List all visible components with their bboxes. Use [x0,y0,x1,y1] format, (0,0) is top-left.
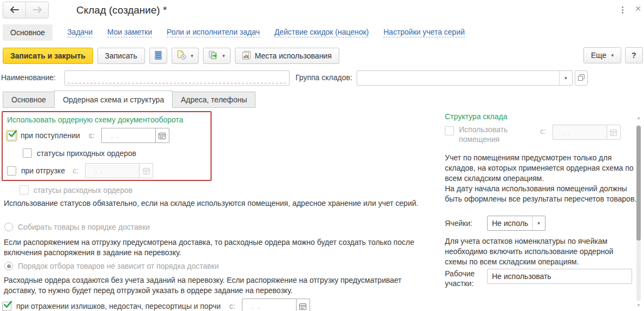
shipment-date-control [85,163,153,178]
structure-panel: Структура склада Использовать помещения … [430,108,636,311]
shipment-from-label: с: [73,166,78,175]
order-scheme-heading: Использовать ордерную схему документообо… [7,115,206,124]
receipt-from-label: с: [89,131,95,140]
receipt-statuses-checkbox[interactable] [23,148,32,158]
group-combo: ▾ [357,70,573,86]
surplus-from-label: с: [229,302,235,310]
surplus-date-input[interactable] [242,299,296,311]
nav-item-tasks[interactable]: Задачи [67,28,93,37]
back-button[interactable] [3,2,25,18]
chevron-down-icon: ▾ [564,75,567,81]
nav-item-series[interactable]: Настройки учета серий [383,28,464,37]
work-areas-field[interactable]: Не использовать [487,269,632,284]
dropdown-arrow-icon: ▾ [222,53,225,59]
order-scheme-panel: Использовать ордерную схему документообо… [0,108,433,311]
shipment-label: при отгрузке [21,166,65,175]
close-icon[interactable]: × [632,2,644,15]
usage-places-button[interactable]: Места использования [235,48,339,64]
shipment-checkbox[interactable] [7,166,16,176]
receipt-checkbox[interactable] [7,131,16,140]
highlight-red-box: Использовать ордерную схему документообо… [2,111,212,181]
surplus-date-control [242,299,310,311]
list-icon [155,51,162,61]
nav-item-notes[interactable]: Мои заметки [107,28,152,37]
dropdown-arrow-icon: ▾ [612,53,614,58]
cells-dropdown-button[interactable]: ▾ [532,216,545,230]
forward-arrow-icon [32,6,42,15]
copy-button[interactable]: ▾ [203,48,231,64]
header-fields: Наименование: Группа складов: ▾ [0,69,644,87]
window-menu-icon[interactable] [618,5,627,15]
receipt-row: при поступлении с: [7,128,206,143]
open-icon [578,74,584,82]
name-input[interactable] [64,70,290,86]
shipment-date-input [85,163,139,178]
work-areas-label: Рабочие участки: [445,269,483,288]
receipt-label: при поступлении [21,131,80,140]
receipt-date-control [101,128,169,143]
chevron-down-icon: ▾ [537,221,540,226]
group-input[interactable] [357,71,559,85]
tab-content: Использовать ордерную схему документообо… [0,108,644,311]
statuses-note: Использование статусов обязательно, если… [4,198,433,209]
receipt-statuses-label: статусы приходных ордеров [37,149,136,158]
independent-row: Порядок отбора товаров не зависит от пор… [4,262,219,270]
title-bar: Склад (создание) * × [0,0,644,23]
nav-item-discounts[interactable]: Действие скидок (наценок) [274,28,369,37]
premises-note-1: Учет по помещениям предусмотрен только д… [445,153,637,184]
toolbar: Записать и закрыть Записать ▾ ▾ Места ис… [3,47,339,64]
nav-item-main[interactable]: Основное [3,24,52,41]
save-button[interactable]: Записать [97,48,145,64]
dropdown-arrow-icon: ▾ [191,53,194,59]
collect-by-delivery-label: Собирать товары в порядке доставки [18,223,150,231]
tab-bar: Основное Ордерная схема и структура Адре… [3,90,255,108]
independent-note: Расходные ордера создаются без учета зад… [4,275,433,296]
work-areas-row: Рабочие участки: Не использовать [445,269,632,288]
history-buttons [3,2,49,18]
create-based-on-icon [177,50,186,61]
independent-label: Порядок отбора товаров не зависит от пор… [18,262,219,270]
nav-item-roles[interactable]: Роли и исполнители задач [167,28,260,37]
help-button[interactable]: ? [625,47,643,63]
surplus-label: при отражении излишков, недостач, пересо… [16,302,221,310]
forward-button[interactable] [25,2,48,18]
page-title: Склад (создание) * [76,4,167,16]
cells-combo: Не исполь ▾ [487,216,546,231]
premises-from-label: с: [540,127,546,135]
use-premises-checkbox [445,126,454,135]
premises-note-2: На дату начала использования помещений д… [445,184,637,204]
scrollbar-track[interactable] [636,125,641,301]
calendar-icon[interactable] [296,299,310,311]
scroll-up-icon[interactable]: ▲ [635,115,642,120]
use-premises-label: Использовать помещения [459,125,529,144]
create-based-on-button[interactable]: ▾ [172,48,199,64]
independent-radio [4,262,13,270]
group-open-button[interactable] [575,70,588,86]
more-label: Еще [591,51,607,60]
warehouse-create-window: Склад (создание) * × Основное Задачи Мои… [0,0,644,311]
usage-places-label: Места использования [255,51,332,60]
tab-addresses[interactable]: Адреса, телефоны [172,92,255,108]
scroll-down-icon[interactable]: ▼ [635,302,642,308]
scrollbar-thumb[interactable] [636,126,641,241]
list-button[interactable] [149,48,167,64]
name-label: Наименование: [1,73,56,82]
calendar-icon[interactable] [155,128,169,143]
use-premises-row: Использовать помещения с: [445,125,644,144]
shipment-statuses-row: статусы расходных ордеров [19,185,133,195]
receipt-statuses-row: статусы приходных ордеров [7,148,206,158]
copy-icon [208,51,218,61]
surplus-checkbox[interactable] [2,302,11,311]
back-arrow-icon [10,6,19,15]
receipt-date-input[interactable] [101,128,155,143]
collect-by-delivery-row: Собирать товары в порядке доставки [4,223,150,231]
collect-by-delivery-radio [4,223,13,231]
more-button[interactable]: Еще ▾ [583,47,621,63]
tab-order-scheme[interactable]: Ордерная схема и структура [54,90,173,108]
group-dropdown-button[interactable]: ▾ [559,71,572,85]
shipment-row: при отгрузке с: [7,163,206,178]
tab-main[interactable]: Основное [3,92,55,108]
cells-value: Не исполь [488,216,532,230]
save-close-button[interactable]: Записать и закрыть [3,48,93,64]
cells-row: Ячейки: Не исполь ▾ [445,216,546,231]
